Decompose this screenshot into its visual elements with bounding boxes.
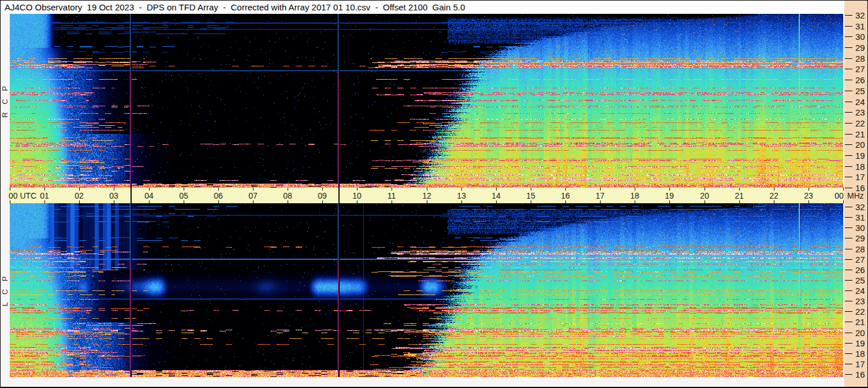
- frequency-axis-label: 20: [855, 328, 868, 338]
- frequency-axis-label: 19: [855, 338, 868, 348]
- time-axis-tick: [461, 200, 462, 203]
- frequency-axis-label: 23: [855, 296, 868, 306]
- time-axis-hour-label: 19: [658, 191, 681, 200]
- frequency-axis-tick: [845, 26, 852, 27]
- time-axis-tick: [531, 200, 531, 203]
- data-gap-divider-2: [338, 188, 340, 203]
- frequency-axis-label: 31: [855, 21, 868, 31]
- title-bar: AJ4CO Observatory 19 Oct 2023 - DPS on T…: [1, 1, 844, 14]
- panel-label-lcp: L C P: [1, 203, 10, 376]
- app-frame: AJ4CO Observatory 19 Oct 2023 - DPS on T…: [0, 0, 868, 388]
- time-axis-hour-label: 13: [450, 191, 473, 200]
- time-axis-hour-label: 15: [519, 191, 542, 200]
- time-axis-tick: [705, 188, 705, 191]
- time-axis-tick: [392, 200, 392, 203]
- time-axis-hour-label: 10: [345, 191, 368, 200]
- time-axis-tick: [427, 188, 427, 191]
- frequency-axis-label: 29: [855, 233, 868, 243]
- frequency-axis-tick: [845, 144, 852, 145]
- data-gap-divider-1: [131, 188, 132, 203]
- frequency-axis-tick: [845, 188, 852, 188]
- time-axis-tick: [600, 188, 601, 191]
- frequency-axis-label: 18: [855, 162, 868, 171]
- time-axis-tick: [322, 200, 323, 203]
- frequency-axis-tick: [845, 353, 852, 354]
- frequency-axis-tick: [845, 217, 852, 218]
- time-axis-tick: [461, 188, 462, 191]
- frequency-axis-tick: [845, 47, 852, 48]
- frequency-axis-label: 24: [855, 97, 868, 107]
- time-axis-tick: [357, 188, 357, 191]
- frequency-axis-label: 17: [855, 359, 868, 369]
- time-axis-hour-label: 11: [380, 191, 403, 200]
- frequency-axis-label: 22: [855, 307, 868, 316]
- time-axis-tick: [669, 200, 670, 203]
- time-axis-tick: [79, 188, 80, 191]
- time-axis-tick: [669, 188, 670, 191]
- frequency-axis-tick: [845, 177, 852, 177]
- frequency-axis-label: 29: [855, 43, 868, 53]
- time-axis-hour-label: 01: [33, 191, 56, 200]
- frequency-axis-tick: [845, 311, 852, 312]
- frequency-axis-tick: [845, 15, 852, 16]
- frequency-axis-label: 21: [855, 317, 868, 327]
- time-axis-tick: [427, 200, 427, 203]
- frequency-axis-label: 28: [855, 54, 868, 64]
- frequency-axis-tick: [845, 112, 852, 113]
- frequency-axis-label: 30: [855, 32, 868, 42]
- frequency-axis-tick: [845, 227, 852, 228]
- frequency-axis-tick: [845, 280, 852, 281]
- frequency-axis-tick: [845, 155, 852, 156]
- time-axis-tick: [79, 200, 80, 203]
- time-axis-tick: [739, 200, 740, 203]
- time-axis-tick: [635, 188, 635, 191]
- time-axis-hour-label: 04: [137, 191, 161, 200]
- time-axis-hour-label: 23: [797, 191, 820, 200]
- frequency-axis-tick: [845, 322, 852, 322]
- frequency-axis-tick: [845, 333, 852, 333]
- frequency-axis-tick: [845, 91, 852, 91]
- time-axis-tick: [10, 188, 10, 191]
- time-axis-tick: [184, 188, 184, 191]
- frequency-axis-label: 26: [855, 75, 868, 85]
- time-axis-tick: [774, 200, 774, 203]
- frequency-axis-label: 17: [855, 172, 868, 182]
- frequency-axis-label: 32: [855, 10, 868, 20]
- time-axis-tick: [114, 188, 114, 191]
- time-axis-hour-label: 14: [485, 191, 508, 200]
- frequency-axis-tick: [845, 102, 852, 102]
- time-axis-hour-label: 12: [415, 191, 438, 200]
- time-axis-tick: [218, 188, 219, 191]
- time-axis-tick: [843, 200, 844, 203]
- frequency-axis-label: 27: [855, 255, 868, 264]
- time-axis-hour-label: 05: [172, 191, 195, 200]
- time-axis-tick: [44, 200, 45, 203]
- time-axis-tick: [288, 200, 288, 203]
- frequency-axis-tick: [845, 80, 852, 80]
- frequency-axis-tick: [845, 343, 852, 344]
- time-axis-tick: [600, 200, 601, 203]
- frequency-axis-label: 24: [855, 286, 868, 296]
- time-axis-hour-label: 18: [623, 191, 646, 200]
- time-axis-tick: [565, 200, 566, 203]
- time-axis-tick: [531, 188, 531, 191]
- frequency-axis-tick: [845, 58, 852, 59]
- frequency-axis-tick: [845, 270, 852, 270]
- time-axis-hour-label: 03: [102, 191, 125, 200]
- time-axis-tick: [149, 200, 150, 203]
- time-axis-tick: [253, 200, 254, 203]
- frequency-axis-tick: [845, 123, 852, 124]
- frequency-axis-label: 32: [855, 202, 868, 212]
- time-axis-tick: [809, 188, 809, 191]
- frequency-axis-tick: [845, 207, 852, 207]
- frequency-axis-tick: [845, 374, 852, 375]
- time-axis-tick: [357, 200, 357, 203]
- time-axis-hour-label: 08: [276, 191, 299, 200]
- frequency-axis-label: 20: [855, 140, 868, 150]
- time-axis-tick: [809, 200, 809, 203]
- time-axis-tick: [565, 188, 566, 191]
- time-axis-tick: [774, 188, 774, 191]
- time-axis-tick: [843, 188, 844, 191]
- frequency-axis-tick: [845, 249, 852, 249]
- frequency-axis-tick: [845, 238, 852, 238]
